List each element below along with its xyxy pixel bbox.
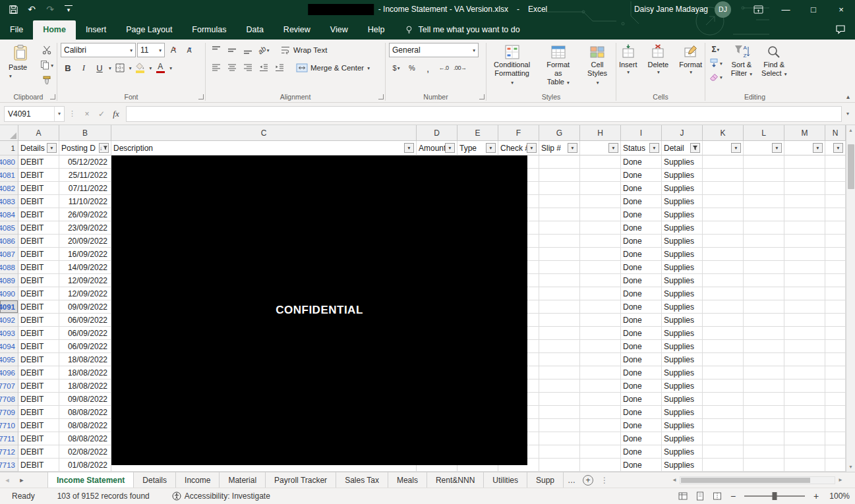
cell-G4094[interactable] <box>539 340 580 353</box>
cell-J4091[interactable]: Supplies <box>662 300 703 314</box>
cell-J7708[interactable]: Supplies <box>662 393 703 406</box>
cell-B7708[interactable]: 09/08/2022 <box>59 393 111 406</box>
cell-N7710[interactable] <box>825 419 846 432</box>
cell-L4081[interactable] <box>744 169 784 182</box>
tab-data[interactable]: Data <box>236 20 273 40</box>
borders-button[interactable] <box>113 61 127 75</box>
cell-I7711[interactable]: Done <box>621 432 662 445</box>
row-header-4089[interactable]: 4089 <box>0 274 18 287</box>
cell-G4093[interactable] <box>539 327 580 340</box>
cell-A4085[interactable]: DEBIT <box>18 221 59 235</box>
select-all-corner[interactable] <box>0 125 18 141</box>
cell-L7713[interactable] <box>744 459 784 472</box>
row-header-4086[interactable]: 4086 <box>0 235 18 248</box>
cell-J7712[interactable]: Supplies <box>662 445 703 459</box>
cell-N4090[interactable] <box>825 287 846 300</box>
tab-home[interactable]: Home <box>33 20 76 40</box>
cell-H7713[interactable] <box>580 459 621 472</box>
cell-B7707[interactable]: 18/08/2022 <box>59 379 111 393</box>
cell-B4086[interactable]: 20/09/2022 <box>59 235 111 248</box>
tab-file[interactable]: File <box>0 20 33 40</box>
find-select-button[interactable]: Find & Select ▾ <box>757 42 791 80</box>
cell-J4088[interactable]: Supplies <box>662 261 703 274</box>
column-header-G[interactable]: G <box>539 125 580 141</box>
cell-G4083[interactable] <box>539 195 580 208</box>
cell-A4090[interactable]: DEBIT <box>18 287 59 300</box>
cell-J4089[interactable]: Supplies <box>662 274 703 287</box>
cell-L4089[interactable] <box>744 274 784 287</box>
cell-A7708[interactable]: DEBIT <box>18 393 59 406</box>
cell-J4094[interactable]: Supplies <box>662 340 703 353</box>
clipboard-dialog-launcher[interactable] <box>50 94 55 99</box>
column-header-K[interactable]: K <box>703 125 744 141</box>
insert-cells-button[interactable]: Insert ▾ <box>614 42 642 77</box>
bold-button[interactable]: B <box>61 61 75 75</box>
cell-G4080[interactable] <box>539 155 580 169</box>
cell-M4081[interactable] <box>784 169 825 182</box>
cell-N4086[interactable] <box>825 235 846 248</box>
name-box-dropdown-icon[interactable]: ▾ <box>54 107 61 121</box>
cell-B4091[interactable]: 09/09/2022 <box>59 300 111 314</box>
column-header-D[interactable]: D <box>417 125 457 141</box>
align-middle-button[interactable] <box>225 43 239 57</box>
cell-A4092[interactable]: DEBIT <box>18 314 59 327</box>
cell-I4096[interactable]: Done <box>621 366 662 379</box>
cell-A7712[interactable]: DEBIT <box>18 445 59 459</box>
cell-K4081[interactable] <box>703 169 744 182</box>
sheet-tab-material[interactable]: Material <box>220 472 266 488</box>
new-sheet-button[interactable]: + <box>579 472 597 488</box>
cell-I4082[interactable]: Done <box>621 182 662 195</box>
row-header-4081[interactable]: 4081 <box>0 169 18 182</box>
enter-icon[interactable]: ✓ <box>94 106 109 122</box>
cell-B7711[interactable]: 08/08/2022 <box>59 432 111 445</box>
cell-L7712[interactable] <box>744 445 784 459</box>
cell-M4091[interactable] <box>784 300 825 314</box>
cell-J7710[interactable]: Supplies <box>662 419 703 432</box>
filter-button-J[interactable] <box>690 143 700 153</box>
cell-B4088[interactable]: 14/09/2022 <box>59 261 111 274</box>
scroll-left-icon[interactable]: ◄ <box>669 475 680 486</box>
cell-B7712[interactable]: 02/08/2022 <box>59 445 111 459</box>
cell-L4085[interactable] <box>744 221 784 235</box>
cell-I7710[interactable]: Done <box>621 419 662 432</box>
orientation-button[interactable]: ab▾ <box>256 43 271 57</box>
cell-K7708[interactable] <box>703 393 744 406</box>
cell-K4089[interactable] <box>703 274 744 287</box>
tab-review[interactable]: Review <box>274 20 320 40</box>
row-header-4091[interactable]: 4091 <box>0 300 18 314</box>
filter-button-N[interactable]: ▾ <box>833 143 843 153</box>
cell-I7712[interactable]: Done <box>621 445 662 459</box>
row-header-7713[interactable]: 7713 <box>0 459 18 472</box>
cell-B4094[interactable]: 06/09/2022 <box>59 340 111 353</box>
cell-G4092[interactable] <box>539 314 580 327</box>
cell-M4084[interactable] <box>784 208 825 221</box>
filter-button-M[interactable]: ▾ <box>813 143 823 153</box>
cell-L4095[interactable] <box>744 353 784 366</box>
cell-B4089[interactable]: 12/09/2022 <box>59 274 111 287</box>
scroll-down-icon[interactable]: ▼ <box>846 462 855 472</box>
row-header-7711[interactable]: 7711 <box>0 432 18 445</box>
column-header-A[interactable]: A <box>18 125 59 141</box>
decrease-indent-button[interactable] <box>256 61 271 75</box>
merge-center-button[interactable]: Merge & Center ▾ <box>293 61 372 75</box>
cell-A4086[interactable]: DEBIT <box>18 235 59 248</box>
cell-N4081[interactable] <box>825 169 846 182</box>
comment-icon[interactable] <box>835 24 846 34</box>
column-header-L[interactable]: L <box>744 125 784 141</box>
cell-M7707[interactable] <box>784 379 825 393</box>
cell-M4089[interactable] <box>784 274 825 287</box>
cell-A4093[interactable]: DEBIT <box>18 327 59 340</box>
row-header-4088[interactable]: 4088 <box>0 261 18 274</box>
horizontal-scrollbar-track[interactable] <box>680 476 835 484</box>
font-name-select[interactable]: Calibri▾ <box>61 43 136 57</box>
row-header-7709[interactable]: 7709 <box>0 406 18 419</box>
cell-L7708[interactable] <box>744 393 784 406</box>
cell-L4080[interactable] <box>744 155 784 169</box>
row-header-4084[interactable]: 4084 <box>0 208 18 221</box>
cell-M4090[interactable] <box>784 287 825 300</box>
page-break-view-button[interactable] <box>709 489 726 503</box>
sheet-tab-details[interactable]: Details <box>134 472 176 488</box>
delete-cells-button[interactable]: Delete ▾ <box>643 42 673 77</box>
cell-K4090[interactable] <box>703 287 744 300</box>
cell-A4091[interactable]: DEBIT <box>18 300 59 314</box>
